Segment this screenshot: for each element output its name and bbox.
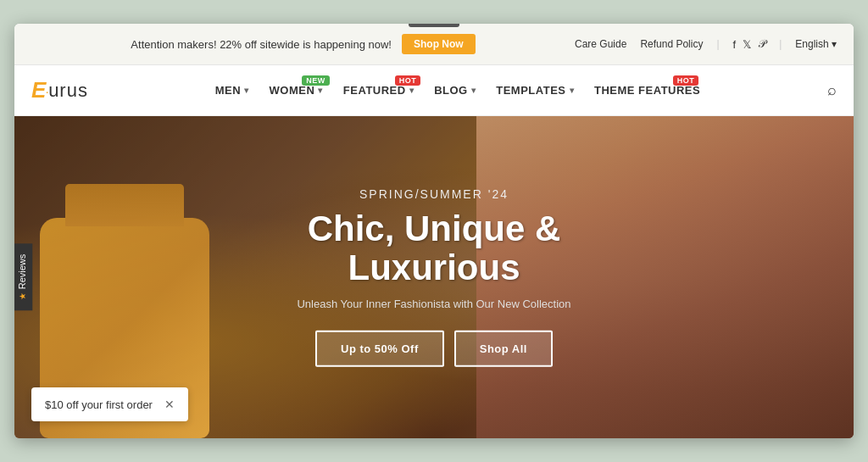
new-badge: New — [302, 75, 330, 86]
reviews-tab-label: Reviews — [17, 254, 27, 290]
refund-policy-link[interactable]: Refund Policy — [640, 38, 703, 50]
nav-label-featured: FEATURED — [343, 84, 406, 97]
nav-label-theme-features: THEME FEATURES — [594, 84, 700, 97]
hero-buttons: Up to 50% Off Shop All — [222, 331, 646, 367]
nav-label-women: WOMEN — [270, 84, 315, 97]
popup-text: $10 off your first order — [45, 398, 153, 411]
hero-subtitle: SPRING/SUMMER '24 — [222, 187, 646, 201]
nav-label-blog: BLOG — [434, 84, 468, 97]
pinterest-icon[interactable]: 𝒫 — [758, 37, 765, 51]
star-icon: ★ — [18, 292, 27, 300]
language-selector[interactable]: English ▾ — [795, 38, 837, 50]
nav-item-men[interactable]: MEN ▾ — [215, 84, 249, 97]
hero-description: Unleash Your Inner Fashionista with Our … — [222, 298, 646, 310]
logo[interactable]: E . urus — [31, 77, 88, 103]
nav-menu: MEN ▾ New WOMEN ▾ Hot FEATURED ▾ BLOG ▾ … — [215, 84, 701, 97]
chevron-down-icon: ▾ — [409, 86, 415, 95]
hero-content: SPRING/SUMMER '24 Chic, Unique & Luxurio… — [222, 187, 646, 367]
search-icon[interactable]: ⌕ — [827, 81, 837, 99]
announcement-bar: Attention makers! 22% off sitewide is ha… — [14, 24, 854, 65]
care-guide-link[interactable]: Care Guide — [575, 38, 626, 50]
nav-item-featured[interactable]: Hot FEATURED ▾ — [343, 84, 414, 97]
shop-now-button[interactable]: Shop Now — [402, 34, 476, 54]
hot-badge: Hot — [395, 75, 421, 86]
nav-item-theme-features[interactable]: Hot THEME FEATURES — [594, 84, 700, 97]
hero-title: Chic, Unique & Luxurious — [222, 209, 646, 287]
chevron-down-icon: ▾ — [471, 86, 476, 95]
announcement-text: Attention makers! 22% off sitewide is ha… — [131, 38, 392, 51]
hero-cta-shop[interactable]: Shop All — [454, 331, 553, 367]
hero-section: SPRING/SUMMER '24 Chic, Unique & Luxurio… — [14, 116, 854, 438]
facebook-icon[interactable]: f — [733, 38, 737, 51]
twitter-x-icon[interactable]: 𝕏 — [743, 38, 751, 51]
hero-cta-sale[interactable]: Up to 50% Off — [315, 331, 444, 367]
separator2: | — [779, 38, 782, 50]
chevron-down-icon: ▾ — [244, 86, 249, 95]
nav-label-men: MEN — [215, 84, 241, 97]
popup-close-button[interactable]: ✕ — [164, 398, 175, 411]
announcement-right: Care Guide Refund Policy | f 𝕏 𝒫 | Engli… — [575, 37, 837, 51]
reviews-tab[interactable]: ★ Reviews — [14, 244, 32, 311]
navbar: E . urus MEN ▾ New WOMEN ▾ Hot FEATURED … — [14, 65, 854, 116]
logo-letter-e: E — [31, 77, 46, 103]
popup-offer: $10 off your first order ✕ — [31, 387, 188, 421]
nav-item-templates[interactable]: TEMPLATES ▾ — [496, 84, 574, 97]
logo-text: urus — [48, 80, 88, 102]
hot-badge-2: Hot — [673, 75, 699, 86]
announcement-left: Attention makers! 22% off sitewide is ha… — [31, 34, 575, 54]
chevron-down-icon: ▾ — [570, 86, 575, 95]
chevron-down-icon: ▾ — [318, 86, 323, 95]
separator: | — [716, 38, 719, 50]
nav-label-templates: TEMPLATES — [496, 84, 565, 97]
nav-item-blog[interactable]: BLOG ▾ — [434, 84, 476, 97]
nav-item-women[interactable]: New WOMEN ▾ — [270, 84, 323, 97]
social-icons: f 𝕏 𝒫 — [733, 37, 766, 51]
